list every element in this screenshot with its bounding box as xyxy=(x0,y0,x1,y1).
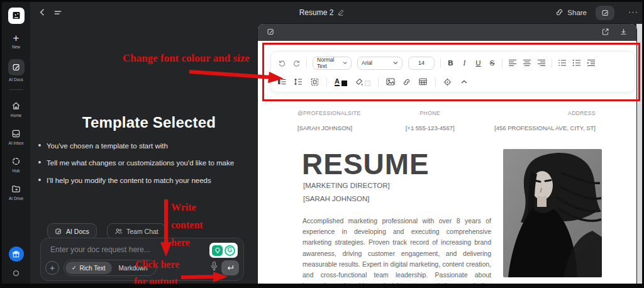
formatting-toolbar: Normal Text Arial 14 B I U S xyxy=(270,51,635,92)
download-icon[interactable] xyxy=(619,27,628,38)
list-item: I'll help you modify the content to matc… xyxy=(38,176,260,185)
resume-name: [SARAH JOHNSON] xyxy=(303,195,369,202)
insert-table-button[interactable] xyxy=(419,78,428,86)
bold-button[interactable]: B xyxy=(447,59,455,67)
edit-doc-icon[interactable] xyxy=(267,27,275,38)
highlight-color-swatch xyxy=(365,80,370,86)
rewards-button[interactable] xyxy=(9,246,24,262)
sidebar-divider xyxy=(9,89,23,90)
rename-icon[interactable] xyxy=(337,9,345,16)
align-center-button[interactable] xyxy=(523,59,531,67)
sidebar-item-label: New xyxy=(12,45,20,49)
people-icon xyxy=(114,228,123,235)
sidebar-item-label: AI Drive xyxy=(9,196,23,201)
text-color-letter: A xyxy=(335,77,340,86)
collapse-toolbar-button[interactable] xyxy=(460,80,469,84)
text-color-button[interactable]: A xyxy=(335,77,347,86)
font-family-dropdown[interactable]: Arial xyxy=(357,57,402,70)
list-item: Tell me what changes or customizations y… xyxy=(38,158,260,167)
profile-photo xyxy=(503,149,602,277)
redo-button[interactable] xyxy=(292,59,301,67)
indent-button[interactable] xyxy=(587,59,596,67)
doc-request-input[interactable] xyxy=(50,245,189,254)
check-icon: ✓ xyxy=(72,265,77,271)
list-item: You've chosen a template to start with xyxy=(38,141,260,150)
status-indicator[interactable] xyxy=(13,270,19,276)
sidebar-item-home[interactable]: Home xyxy=(11,100,22,118)
rich-text-option[interactable]: ✓ Rich Text xyxy=(65,262,112,274)
sidebar-item-label: Hub xyxy=(13,169,20,173)
send-button[interactable] xyxy=(221,260,239,275)
highlight-color-button[interactable] xyxy=(355,78,370,86)
page-margin xyxy=(636,24,642,284)
resume-summary: Accomplished marketing professional with… xyxy=(303,216,491,284)
open-external-icon[interactable] xyxy=(601,27,609,38)
menu-icon[interactable] xyxy=(53,9,63,16)
page-setup-button[interactable] xyxy=(310,78,319,86)
fill-icon xyxy=(355,78,363,86)
align-left-button[interactable] xyxy=(508,59,517,67)
enter-icon xyxy=(226,264,235,272)
share-button[interactable]: Share xyxy=(555,8,587,16)
italic-button[interactable]: I xyxy=(460,59,469,67)
undo-button[interactable] xyxy=(277,59,286,67)
chevron-down-icon xyxy=(393,61,398,65)
annotation-output-note: for output xyxy=(134,276,178,284)
new-doc-button[interactable] xyxy=(596,6,614,20)
ai-drive-icon xyxy=(11,183,22,194)
align-right-button[interactable] xyxy=(537,59,546,67)
tab-ai-docs[interactable]: AI Docs xyxy=(47,223,97,239)
sidebar-item-hub[interactable]: Hub xyxy=(11,155,22,173)
contact-value: [456 PROFESSIONAL AVE, CITY, ST] xyxy=(472,125,596,131)
app-window: + New AI Docs Home AI Inbox Hub xyxy=(0,0,644,288)
underline-button[interactable]: U xyxy=(474,59,482,67)
text-color-swatch xyxy=(341,80,347,86)
ai-docs-icon xyxy=(8,59,25,75)
line-spacing-button[interactable] xyxy=(294,78,303,86)
sidebar-item-label: AI Docs xyxy=(9,77,23,82)
sidebar-item-ai-inbox[interactable]: AI Inbox xyxy=(9,128,24,145)
more-options-button[interactable]: ··· xyxy=(628,7,638,16)
contact-value: [+1 555-123-4567] xyxy=(389,125,472,131)
contact-label: @PROFESSIONALSITE xyxy=(297,110,389,116)
app-logo-icon[interactable] xyxy=(8,8,25,24)
insert-image-button[interactable] xyxy=(386,78,395,86)
numbered-list-button[interactable] xyxy=(558,59,567,67)
sidebar-item-new[interactable]: + New xyxy=(12,34,20,49)
insert-link-button[interactable] xyxy=(402,78,411,86)
resume-title: RESUME xyxy=(302,147,430,181)
bullet-list-button[interactable] xyxy=(572,59,581,67)
strikethrough-button[interactable]: S xyxy=(488,59,496,67)
font-size-input[interactable]: 14 xyxy=(408,57,435,70)
block-style-dropdown[interactable]: Normal Text xyxy=(313,57,352,70)
outdent-button[interactable] xyxy=(277,78,286,86)
compose-icon xyxy=(601,9,609,17)
back-button[interactable] xyxy=(38,8,47,17)
contact-label: ADDRESS xyxy=(472,110,596,116)
sidebar-item-ai-docs[interactable]: AI Docs xyxy=(8,59,25,82)
sidebar: + New AI Docs Home AI Inbox Hub xyxy=(2,2,30,284)
home-icon xyxy=(11,100,22,111)
hub-icon xyxy=(11,155,22,167)
sidebar-item-ai-drive[interactable]: AI Drive xyxy=(9,183,23,201)
chevron-up-icon xyxy=(461,80,467,84)
document-panel-header xyxy=(258,24,636,41)
font-family-value: Arial xyxy=(362,60,372,66)
tab-team-chat[interactable]: Team Chat xyxy=(107,223,166,239)
anchor-target-button[interactable] xyxy=(443,78,452,86)
resume-contact-grid: @PROFESSIONALSITE PHONE ADDRESS [SARAH J… xyxy=(297,110,596,131)
mic-button[interactable] xyxy=(210,261,218,274)
doc-title-area: Resume 2 xyxy=(2,8,642,17)
assistant-message: Template Selected You've chosen a templa… xyxy=(38,114,260,185)
link-icon xyxy=(555,8,564,16)
annotation-write-note: content xyxy=(171,219,203,231)
compose-icon xyxy=(55,228,62,235)
plus-icon: + xyxy=(13,34,19,43)
grammarly-icon[interactable]: G xyxy=(225,245,235,256)
suggestion-icon[interactable] xyxy=(212,245,223,256)
tab-label: Team Chat xyxy=(126,228,158,235)
resume-role: [MARKETING DIRECTOR] xyxy=(303,182,390,189)
attach-button[interactable]: + xyxy=(45,261,59,275)
share-label: Share xyxy=(567,9,587,16)
tab-label: AI Docs xyxy=(66,228,89,235)
